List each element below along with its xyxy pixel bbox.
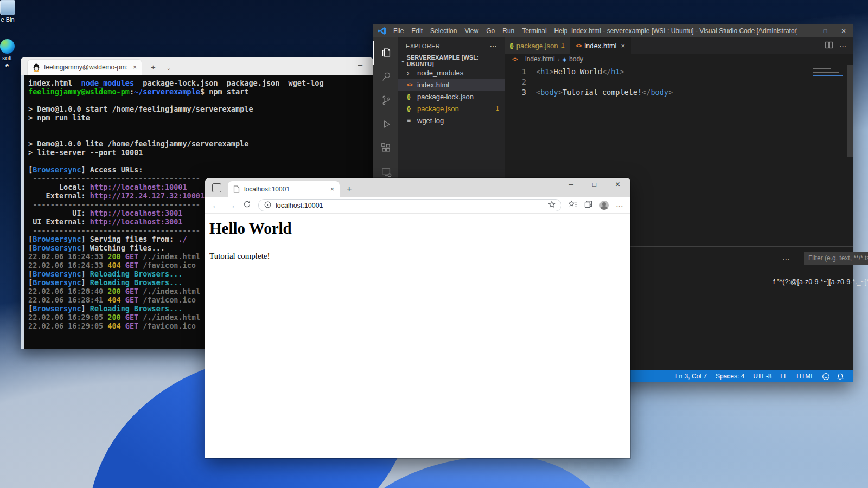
- explorer-title: EXPLORER: [406, 43, 440, 49]
- page-heading: Hello World: [209, 220, 626, 237]
- editor-more-actions-icon[interactable]: ⋯: [839, 42, 846, 50]
- tab-package-json[interactable]: {} package.json 1: [505, 37, 571, 54]
- status-spaces-4[interactable]: Spaces: 4: [711, 373, 749, 380]
- problem-message[interactable]: f "^(?:@[a-z0-9-*~][a-z0-9-*._~]*/)?[a-z…: [773, 278, 868, 286]
- terminal-line: [Browsersync] Access URLs:: [28, 165, 373, 174]
- terminal-tab[interactable]: feelingjammy@wsldemo-pm: ×: [27, 59, 142, 75]
- browser-new-tab-button[interactable]: +: [347, 185, 352, 194]
- terminal-line: [28, 131, 373, 139]
- menu-go[interactable]: Go: [482, 27, 499, 35]
- menu-edit[interactable]: Edit: [407, 27, 426, 35]
- file-icon: ≡: [407, 117, 417, 124]
- status-utf-8[interactable]: UTF-8: [749, 373, 776, 380]
- browser-tab[interactable]: localhost:10001 ×: [228, 181, 340, 197]
- status-ln-3-col-7[interactable]: Ln 3, Col 7: [671, 373, 711, 380]
- refresh-button[interactable]: [243, 200, 251, 210]
- menu-run[interactable]: Run: [499, 27, 518, 35]
- browser-page-content: Hello World Tutorial complete!: [205, 214, 630, 458]
- panel-more-actions-icon[interactable]: ⋯: [782, 254, 790, 263]
- line-number: 3: [505, 87, 536, 98]
- page-icon: [233, 185, 240, 193]
- breadcrumb[interactable]: <> index.html › ◈ body: [505, 54, 853, 65]
- address-bar[interactable]: localhost:10001: [258, 199, 561, 211]
- terminal-tab-dropdown-icon[interactable]: ⌄: [167, 65, 171, 71]
- recycle-bin-label: e Bin: [0, 16, 22, 23]
- terminal-tab-title: feelingjammy@wsldemo-pm:: [44, 63, 129, 71]
- explorer-activity-icon[interactable]: [373, 41, 398, 65]
- json-icon: {}: [407, 106, 417, 112]
- explorer-root-folder[interactable]: ⌄ SERVEREXAMPLE [WSL: UBUNTU]: [398, 55, 505, 67]
- menu-terminal[interactable]: Terminal: [518, 27, 550, 35]
- collections-icon[interactable]: [584, 200, 592, 210]
- vscode-maximize-button[interactable]: □: [816, 28, 834, 35]
- notifications-bell-icon[interactable]: [833, 373, 847, 381]
- editor-scrollbar[interactable]: [847, 65, 853, 157]
- edge-logo-icon: [0, 39, 15, 54]
- breadcrumb-file[interactable]: index.html: [525, 55, 555, 63]
- terminal-new-tab-button[interactable]: +: [151, 62, 156, 72]
- explorer-root-label: SERVEREXAMPLE [WSL: UBUNTU]: [407, 54, 505, 67]
- terminal-line: > Demo@1.0.0 lite /home/feelingjammy/ser…: [28, 139, 373, 148]
- vscode-close-button[interactable]: ✕: [834, 28, 853, 35]
- explorer-item-package.json[interactable]: {}package.json1: [398, 102, 505, 114]
- terminal-minimize-button[interactable]: ─: [358, 61, 362, 69]
- explorer-item-package-lock.json[interactable]: {}package-lock.json: [398, 91, 505, 102]
- explorer-item-wget-log[interactable]: ≡wget-log: [398, 114, 505, 126]
- terminal-line: > npm run lite: [28, 113, 373, 122]
- favorites-bar-icon[interactable]: [569, 200, 577, 210]
- add-favorite-star-icon[interactable]: [548, 201, 556, 210]
- browser-minimize-button[interactable]: ─: [559, 181, 583, 188]
- explorer-item-node_modules[interactable]: ›node_modules: [398, 67, 505, 79]
- browser-tab-close-icon[interactable]: ×: [330, 185, 334, 193]
- tab-index-html[interactable]: <> index.html ×: [571, 37, 631, 54]
- run-debug-icon[interactable]: [373, 112, 398, 136]
- recycle-bin-icon: [0, 0, 15, 15]
- browser-maximize-button[interactable]: □: [583, 181, 606, 188]
- url-text[interactable]: localhost:10001: [276, 202, 544, 209]
- explorer-item-index.html[interactable]: <>index.html: [398, 79, 505, 91]
- status-lf[interactable]: LF: [776, 373, 792, 380]
- terminal-line: feelingjammy@wsldemo-pm:~/serverexample$…: [28, 87, 373, 96]
- tux-icon: [33, 63, 40, 72]
- code-lines: 1<h1>Hello World</h1>23<body>Tutorial co…: [505, 67, 853, 98]
- line-number: 1: [505, 67, 536, 77]
- breadcrumb-symbol[interactable]: body: [569, 55, 583, 63]
- feedback-smiley-icon[interactable]: [819, 373, 833, 381]
- explorer-actions-icon[interactable]: ⋯: [490, 42, 497, 50]
- browser-menu-icon[interactable]: ⋯: [616, 201, 624, 210]
- recycle-bin-desktop-icon[interactable]: e Bin: [0, 0, 22, 23]
- symbol-body-icon: ◈: [562, 56, 566, 62]
- edge-desktop-icon[interactable]: soft e: [0, 39, 22, 69]
- vscode-tab-bar: {} package.json 1 <> index.html × ⋯: [505, 37, 853, 54]
- menu-file[interactable]: File: [390, 27, 407, 35]
- menu-help[interactable]: Help: [551, 27, 572, 35]
- tab-actions-menu-icon[interactable]: [212, 183, 221, 192]
- tab-close-icon[interactable]: ×: [621, 42, 625, 50]
- vscode-titlebar: FileEditSelectionViewGoRunTerminalHelp i…: [373, 24, 853, 37]
- profile-avatar[interactable]: [599, 201, 609, 210]
- menu-view[interactable]: View: [461, 27, 482, 35]
- status-html[interactable]: HTML: [792, 373, 819, 380]
- search-icon[interactable]: [373, 65, 398, 88]
- source-control-icon[interactable]: [373, 88, 398, 112]
- minimap[interactable]: [813, 68, 844, 76]
- terminal-tab-close-icon[interactable]: ×: [133, 63, 137, 71]
- forward-button[interactable]: →: [227, 201, 236, 210]
- menu-selection[interactable]: Selection: [426, 27, 461, 35]
- code-line: 3<body>Tutorial complete!</body>: [505, 87, 853, 98]
- extensions-icon[interactable]: [373, 136, 398, 160]
- tab-label: package.json: [516, 42, 558, 50]
- edge-label-line2: e: [0, 62, 22, 69]
- vscode-minimize-button[interactable]: ─: [797, 28, 816, 35]
- site-info-icon[interactable]: [264, 201, 271, 210]
- terminal-line: > Demo@1.0.0 start /home/feelingjammy/se…: [28, 105, 373, 113]
- back-button[interactable]: ←: [212, 201, 220, 210]
- breadcrumb-separator: ›: [558, 56, 560, 62]
- code-line: 2: [505, 77, 853, 87]
- split-editor-icon[interactable]: [825, 41, 833, 50]
- desktop: e Bin soft e feelingjammy@wsldemo-pm: × …: [0, 0, 868, 488]
- browser-close-button[interactable]: ✕: [606, 181, 629, 188]
- html-icon: <>: [407, 82, 417, 88]
- problems-filter-input[interactable]: [804, 252, 868, 265]
- vscode-window-controls: ─ □ ✕: [797, 28, 853, 35]
